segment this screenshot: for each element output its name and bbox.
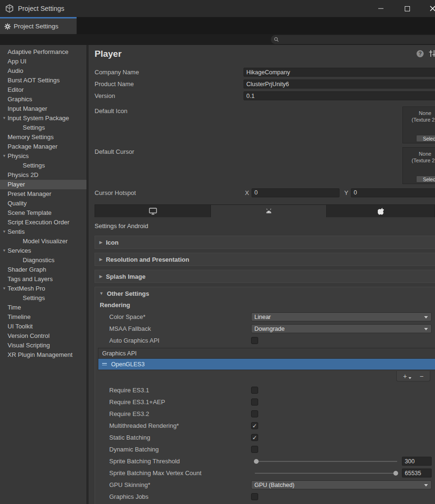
field-label: Default Icon [95, 107, 127, 115]
sidebar-item[interactable]: Diagnostics [0, 256, 87, 265]
sidebar-item[interactable]: Physics 2D [0, 170, 87, 180]
sidebar-item[interactable]: Settings [0, 123, 87, 133]
help-icon[interactable]: ? [417, 50, 424, 57]
slider-handle[interactable] [393, 471, 398, 476]
minimize-button[interactable] [370, 0, 392, 17]
sidebar-item[interactable]: Burst AOT Settings [0, 76, 87, 85]
foldout-arrow-icon[interactable] [1, 284, 8, 293]
sidebar-item[interactable]: TextMesh Pro [0, 284, 87, 293]
other-settings-foldout[interactable]: Other Settings [95, 287, 435, 300]
sidebar-item[interactable]: Visual Scripting [0, 341, 87, 350]
checkbox[interactable] [251, 387, 258, 394]
search-box[interactable] [271, 35, 435, 44]
checkbox[interactable] [251, 493, 258, 500]
select-button[interactable]: Select [416, 135, 435, 142]
sidebar-item[interactable]: Audio [0, 66, 87, 76]
sidebar-item[interactable]: Settings [0, 293, 87, 303]
drag-handle-icon[interactable] [102, 363, 107, 365]
select-button[interactable]: Select [416, 176, 435, 183]
cursor-hotspot-row: Cursor Hotspot X Y [95, 187, 435, 198]
sidebar-item[interactable]: Memory Settings [0, 133, 87, 142]
hotspot-y-field[interactable] [351, 188, 435, 197]
checkbox[interactable] [251, 434, 258, 441]
platform-tab[interactable] [95, 205, 211, 217]
slider-track[interactable] [255, 461, 397, 462]
checkbox[interactable] [251, 398, 258, 406]
section-foldout[interactable]: Resolution and Presentation [95, 253, 435, 266]
sidebar-item[interactable]: Editor [0, 85, 87, 95]
form-row: Version [95, 90, 435, 102]
sidebar-item[interactable]: UI Toolkit [0, 322, 87, 331]
dropdown[interactable]: Downgrade [251, 324, 432, 333]
section-foldout[interactable]: Icon [95, 236, 435, 249]
sidebar-item[interactable]: XR Plugin Management [0, 350, 87, 360]
sidebar-item[interactable]: Tags and Layers [0, 274, 87, 284]
checkbox[interactable] [251, 446, 258, 453]
remove-button[interactable]: − [413, 371, 430, 381]
sidebar-item[interactable]: Input System Package [0, 114, 87, 123]
sidebar-item[interactable]: Input Manager [0, 104, 87, 114]
sidebar-item[interactable]: App UI [0, 57, 87, 66]
sidebar-item[interactable]: Version Control [0, 331, 87, 341]
gear-icon [4, 23, 11, 30]
slider-track[interactable] [255, 473, 397, 474]
slider-handle[interactable] [254, 459, 259, 464]
setting-label: GPU Skinning* [109, 481, 251, 488]
platform-tab[interactable] [327, 205, 435, 217]
sidebar-item-label: Memory Settings [8, 133, 54, 142]
section-foldout[interactable]: Splash Image [95, 270, 435, 283]
sidebar-item[interactable]: Package Manager [0, 142, 87, 151]
tab-strip: Project Settings [0, 17, 435, 34]
checkbox[interactable] [251, 422, 258, 429]
sidebar-item[interactable]: Quality [0, 199, 87, 208]
text-field[interactable] [244, 91, 435, 100]
text-field[interactable] [244, 80, 435, 88]
sidebar-item[interactable]: Settings [0, 161, 87, 170]
foldout-arrow-icon[interactable] [1, 246, 8, 256]
texture-object-well[interactable]: None (Texture 2D Select [402, 106, 435, 143]
sidebar-item[interactable]: Model Visualizer [0, 237, 87, 246]
dropdown[interactable]: GPU (Batched) [251, 480, 432, 489]
sidebar-item-label: TextMesh Pro [8, 284, 45, 293]
sidebar-item[interactable]: Shader Graph [0, 265, 87, 274]
sidebar-item[interactable]: Physics [0, 151, 87, 161]
foldout-arrow-icon[interactable] [1, 227, 8, 237]
settings-row: Static Batching [95, 432, 435, 443]
graphics-api-item-label: OpenGLES3 [111, 361, 145, 368]
sidebar-item-label: Preset Manager [8, 189, 52, 199]
tab-project-settings[interactable]: Project Settings [0, 17, 77, 34]
hotspot-x-field[interactable] [252, 188, 339, 197]
sidebar-item[interactable]: Graphics [0, 95, 87, 104]
sidebar-item-label: Visual Scripting [8, 341, 50, 350]
foldout-arrow-icon[interactable] [1, 114, 8, 123]
slider-value-field[interactable]: 65535 [402, 469, 432, 477]
foldout-arrow-icon[interactable] [1, 151, 8, 161]
close-button[interactable] [422, 0, 435, 17]
text-field[interactable] [244, 68, 435, 77]
sidebar-item[interactable]: Sentis [0, 227, 87, 237]
preset-sliders-icon[interactable] [428, 50, 435, 57]
sidebar-item[interactable]: Script Execution Order [0, 218, 87, 227]
sidebar-item[interactable]: Services [0, 246, 87, 256]
checkbox[interactable] [251, 337, 258, 344]
sidebar-item[interactable]: Player [0, 180, 87, 189]
slider-value-field[interactable]: 300 [402, 457, 432, 466]
y-axis-label: Y [344, 189, 351, 196]
platform-tab[interactable] [211, 205, 327, 217]
maximize-button[interactable] [396, 0, 418, 17]
texture-none-label: None (Texture 2D [403, 148, 435, 164]
checkbox[interactable] [251, 410, 258, 417]
search-input[interactable] [281, 36, 435, 43]
sidebar-item[interactable]: Scene Template [0, 208, 87, 218]
sidebar-item[interactable]: Timeline [0, 312, 87, 322]
dropdown[interactable]: Linear [251, 312, 432, 321]
sidebar-item[interactable]: Preset Manager [0, 189, 87, 199]
x-axis-label: X [245, 189, 252, 196]
add-button[interactable]: + [397, 371, 413, 381]
sidebar-item[interactable]: Time [0, 303, 87, 312]
graphics-api-item[interactable]: OpenGLES3 [98, 359, 435, 370]
field-label: Company Name [95, 69, 244, 76]
sidebar-item[interactable]: Adaptive Performance [0, 47, 87, 57]
texture-object-well[interactable]: None (Texture 2D Select [402, 147, 435, 184]
sidebar-item-label: Tags and Layers [8, 274, 52, 284]
